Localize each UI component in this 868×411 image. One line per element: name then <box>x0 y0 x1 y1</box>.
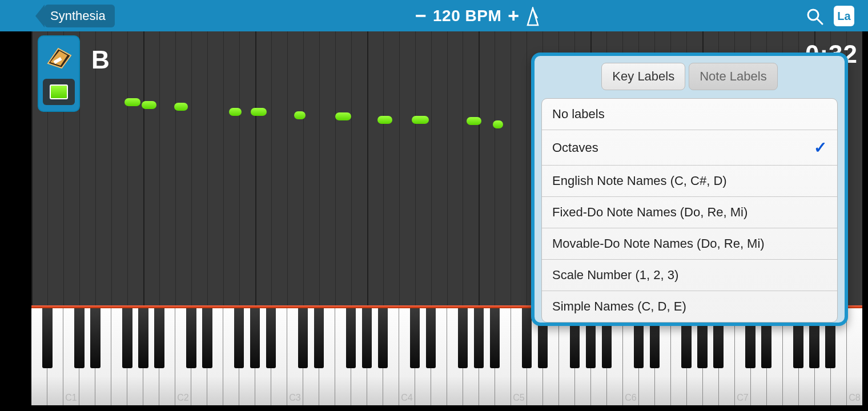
falling-note <box>124 98 140 106</box>
falling-note <box>377 116 392 124</box>
grid-line <box>479 31 480 305</box>
tab-note-labels[interactable]: Note Labels <box>689 63 777 90</box>
grid-line <box>335 31 336 305</box>
tempo-value: 120 BPM <box>431 7 504 25</box>
letterbox-right <box>862 0 868 411</box>
falling-note <box>493 120 503 128</box>
letterbox-left <box>0 0 31 411</box>
black-key[interactable] <box>378 308 388 368</box>
grid-line <box>511 31 511 305</box>
grid-line <box>239 31 240 305</box>
black-key[interactable] <box>74 308 84 368</box>
black-key[interactable] <box>298 308 308 368</box>
black-key[interactable] <box>314 308 324 368</box>
top-bar: Synthesia − 120 BPM + La <box>0 0 868 31</box>
label-option[interactable]: No labels <box>542 99 837 130</box>
black-key[interactable] <box>202 308 212 368</box>
octave-label: C7 <box>737 393 748 403</box>
black-key[interactable] <box>490 308 500 368</box>
black-key[interactable] <box>250 308 260 368</box>
back-button[interactable]: Synthesia <box>45 5 115 27</box>
grid-line <box>159 31 160 305</box>
tempo-control: − 120 BPM + <box>411 0 523 31</box>
tab-key-labels[interactable]: Key Labels <box>601 63 685 90</box>
labels-toggle-button[interactable]: La <box>834 6 854 26</box>
black-key[interactable] <box>234 308 244 368</box>
grid-line <box>287 31 288 305</box>
octave-label: C2 <box>177 393 188 403</box>
instrument-piano-button[interactable] <box>43 41 75 73</box>
label-option[interactable]: Simple Names (C, D, E) <box>542 291 837 322</box>
color-swatch-icon <box>50 84 68 99</box>
app-title: Synthesia <box>50 9 106 23</box>
label-option[interactable]: Movable-Do Note Names (Do, Re, Mi) <box>542 228 837 260</box>
falling-note <box>412 116 429 124</box>
falling-note <box>229 108 242 116</box>
grid-line <box>255 31 256 305</box>
grid-line <box>431 31 432 305</box>
label-option[interactable]: Fixed-Do Note Names (Do, Re, Mi) <box>542 197 837 228</box>
black-key[interactable] <box>154 308 164 368</box>
black-key[interactable] <box>186 308 196 368</box>
labels-popup: Key Labels Note Labels No labelsOctaves✓… <box>531 53 848 326</box>
label-option[interactable]: Octaves✓ <box>542 130 837 166</box>
metronome-icon[interactable] <box>524 7 541 29</box>
falling-note <box>251 108 267 116</box>
grid-line <box>319 31 320 305</box>
label-option-text: No labels <box>552 107 605 122</box>
grid-line <box>31 31 33 305</box>
tab-key-labels-text: Key Labels <box>612 69 674 83</box>
falling-note <box>467 117 481 125</box>
search-icon[interactable] <box>805 7 825 29</box>
black-key[interactable] <box>362 308 372 368</box>
label-option-text: Movable-Do Note Names (Do, Re, Mi) <box>552 236 765 251</box>
track-color-button[interactable] <box>43 79 75 105</box>
octave-label: C5 <box>513 393 524 403</box>
grid-line <box>143 31 144 305</box>
black-key[interactable] <box>122 308 132 368</box>
octave-label: C8 <box>849 393 860 403</box>
grid-line <box>495 31 495 305</box>
grid-line <box>303 31 304 305</box>
grid-line <box>527 31 527 305</box>
black-key[interactable] <box>90 308 100 368</box>
grid-line <box>271 31 272 305</box>
black-key[interactable] <box>266 308 276 368</box>
check-icon: ✓ <box>814 138 827 157</box>
black-key[interactable] <box>410 308 420 368</box>
label-option-text: English Note Names (C, C#, D) <box>552 174 727 188</box>
octave-label: C4 <box>401 393 412 403</box>
octave-label: C6 <box>625 393 636 403</box>
grid-line <box>111 31 112 305</box>
black-key[interactable] <box>346 308 356 368</box>
grid-line <box>351 31 352 305</box>
black-key[interactable] <box>138 308 148 368</box>
label-option-text: Octaves <box>552 140 598 155</box>
svg-line-2 <box>817 19 822 24</box>
label-option[interactable]: Scale Number (1, 2, 3) <box>542 260 837 291</box>
label-option-text: Simple Names (C, D, E) <box>552 299 686 314</box>
black-key[interactable] <box>474 308 484 368</box>
falling-note <box>142 101 156 109</box>
grid-line <box>383 31 384 305</box>
black-key[interactable] <box>458 308 468 368</box>
grid-line <box>127 31 128 305</box>
label-option-text: Fixed-Do Note Names (Do, Re, Mi) <box>552 205 748 220</box>
falling-note <box>174 103 188 111</box>
label-options-list: No labelsOctaves✓English Note Names (C, … <box>541 98 838 323</box>
grid-line <box>191 31 192 305</box>
grid-line <box>367 31 368 305</box>
tempo-minus-button[interactable]: − <box>411 5 431 27</box>
grid-line <box>207 31 208 305</box>
grid-line <box>223 31 224 305</box>
black-key[interactable] <box>42 308 52 368</box>
black-key[interactable] <box>522 308 532 368</box>
grid-line <box>399 31 400 305</box>
instrument-sidebar <box>38 35 80 112</box>
label-option[interactable]: English Note Names (C, C#, D) <box>542 166 837 197</box>
tempo-plus-button[interactable]: + <box>504 5 523 27</box>
grid-line <box>463 31 463 305</box>
black-key[interactable] <box>426 308 436 368</box>
grid-line <box>447 31 448 305</box>
falling-note <box>294 111 306 119</box>
